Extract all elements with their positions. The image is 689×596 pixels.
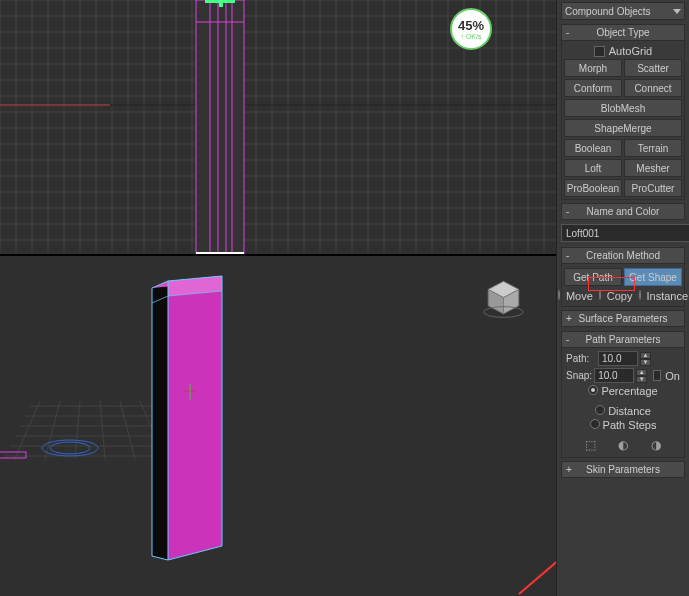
percentage-label: Percentage bbox=[601, 385, 657, 397]
plus-icon: + bbox=[566, 464, 572, 475]
copy-label: Copy bbox=[607, 290, 633, 302]
minus-icon: - bbox=[566, 334, 569, 345]
autogrid-checkbox[interactable] bbox=[594, 46, 605, 57]
morph-button[interactable]: Morph bbox=[564, 59, 622, 77]
path-label: Path: bbox=[566, 353, 596, 364]
shapemerge-button[interactable]: ShapeMerge bbox=[564, 119, 682, 137]
minus-icon: - bbox=[566, 27, 569, 38]
surface-params-header[interactable]: +Surface Parameters bbox=[561, 310, 685, 327]
path-spin-down[interactable]: ▼ bbox=[640, 359, 651, 366]
path-params-rollup: -Path Parameters Path: ▲▼ Snap: ▲▼ On Pe… bbox=[561, 331, 685, 458]
distance-label: Distance bbox=[608, 405, 651, 417]
snap-on-label: On bbox=[665, 370, 680, 382]
top-viewport[interactable]: 45% ↑ OK/s bbox=[0, 0, 556, 256]
annotation-highlight bbox=[588, 277, 635, 291]
procutter-button[interactable]: ProCutter bbox=[624, 179, 682, 197]
svg-rect-54 bbox=[196, 0, 244, 253]
snap-spin-up[interactable]: ▲ bbox=[636, 369, 647, 376]
snap-spin-down[interactable]: ▼ bbox=[636, 376, 647, 383]
next-shape-icon[interactable]: ◑ bbox=[649, 437, 664, 452]
name-color-header[interactable]: -Name and Color bbox=[561, 203, 685, 220]
path-value-input[interactable] bbox=[598, 351, 638, 366]
name-color-rollup: -Name and Color bbox=[561, 203, 685, 220]
proboolean-button[interactable]: ProBoolean bbox=[564, 179, 622, 197]
chevron-down-icon bbox=[673, 9, 681, 14]
plus-icon: + bbox=[566, 313, 572, 324]
object-name-input[interactable] bbox=[561, 224, 689, 242]
instance-radio[interactable] bbox=[639, 290, 641, 300]
boolean-button[interactable]: Boolean bbox=[564, 139, 622, 157]
object-type-header[interactable]: -Object Type bbox=[561, 24, 685, 41]
performance-badge: 45% ↑ OK/s bbox=[450, 8, 492, 50]
snap-label: Snap: bbox=[566, 370, 592, 381]
badge-percent: 45% bbox=[458, 18, 484, 33]
terrain-button[interactable]: Terrain bbox=[624, 139, 682, 157]
conform-button[interactable]: Conform bbox=[564, 79, 622, 97]
object-type-rollup: -Object Type AutoGrid Morph Scatter Conf… bbox=[561, 24, 685, 200]
svg-rect-62 bbox=[205, 0, 235, 3]
minus-icon: - bbox=[566, 206, 569, 217]
mesher-button[interactable]: Mesher bbox=[624, 159, 682, 177]
path-spin-up[interactable]: ▲ bbox=[640, 352, 651, 359]
blobmesh-button[interactable]: BlobMesh bbox=[564, 99, 682, 117]
pick-shape-icon[interactable]: ⬚ bbox=[583, 437, 598, 452]
svg-marker-80 bbox=[168, 276, 222, 560]
percentage-radio[interactable] bbox=[588, 385, 598, 395]
viewcube[interactable] bbox=[481, 276, 526, 321]
pathsteps-label: Path Steps bbox=[603, 419, 657, 431]
autogrid-label: AutoGrid bbox=[609, 45, 652, 57]
perspective-view bbox=[0, 256, 556, 596]
snap-value-input[interactable] bbox=[594, 368, 634, 383]
dropdown-label: Compound Objects bbox=[565, 6, 651, 17]
loft-button[interactable]: Loft bbox=[564, 159, 622, 177]
snap-on-checkbox[interactable] bbox=[653, 370, 661, 381]
distance-radio[interactable] bbox=[595, 405, 605, 415]
category-dropdown[interactable]: Compound Objects bbox=[561, 2, 685, 20]
perspective-viewport[interactable] bbox=[0, 256, 556, 596]
svg-marker-81 bbox=[152, 281, 168, 560]
command-panel: Compound Objects -Object Type AutoGrid M… bbox=[556, 0, 689, 596]
instance-label: Instance bbox=[647, 290, 689, 302]
connect-button[interactable]: Connect bbox=[624, 79, 682, 97]
move-radio[interactable] bbox=[558, 290, 560, 300]
badge-sub: ↑ OK/s bbox=[460, 33, 481, 40]
pathsteps-radio[interactable] bbox=[590, 419, 600, 429]
path-params-header[interactable]: -Path Parameters bbox=[561, 331, 685, 348]
loft-object bbox=[152, 276, 222, 560]
minus-icon: - bbox=[566, 250, 569, 261]
skin-params-header[interactable]: +Skin Parameters bbox=[561, 461, 685, 478]
move-label: Move bbox=[566, 290, 593, 302]
scatter-button[interactable]: Scatter bbox=[624, 59, 682, 77]
creation-method-header[interactable]: -Creation Method bbox=[561, 247, 685, 264]
copy-radio[interactable] bbox=[599, 290, 601, 300]
prev-shape-icon[interactable]: ◐ bbox=[616, 437, 631, 452]
